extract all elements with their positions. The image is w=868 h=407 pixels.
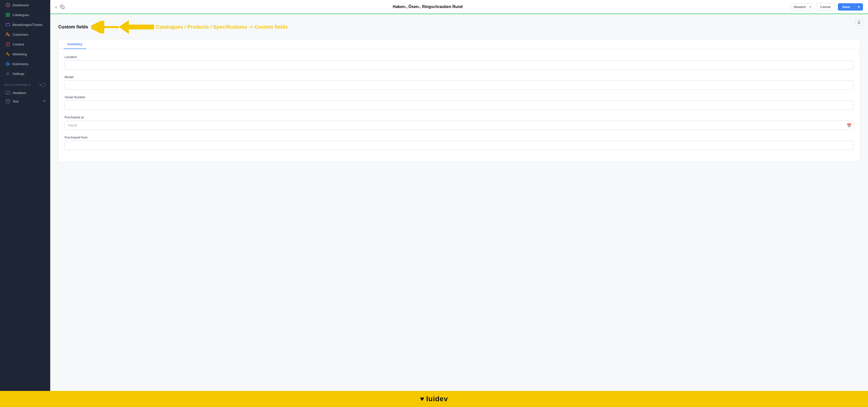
section-header: Custom fields [58, 20, 860, 34]
language-select[interactable]: Deutsch English [791, 3, 813, 10]
main-area: ‹ Haken-, Ösen-, Ringschrauben Rund Deut… [50, 0, 868, 391]
svg-rect-2 [8, 13, 9, 14]
footer-logo: ♥ luidev [420, 395, 448, 403]
tabs-bar: Inventory [59, 39, 860, 49]
back-button[interactable]: ‹ [55, 4, 57, 10]
sidebar-item-content[interactable]: Content [1, 39, 49, 49]
annotation-text: Catalogues / Products / Specifications -… [156, 24, 288, 30]
form-field-model: Model [65, 75, 854, 90]
date-input-wrapper: 📅 [65, 121, 854, 130]
svg-rect-12 [6, 91, 10, 94]
sidebar-item-catalogues[interactable]: Catalogues [1, 10, 49, 20]
svg-rect-9 [7, 62, 8, 66]
test-icon [5, 99, 10, 104]
sidebar-sub-label-headless: Headless [12, 91, 26, 95]
label-purchased_from: Purchased from [65, 136, 854, 139]
svg-rect-5 [6, 23, 10, 26]
copy-button[interactable] [60, 4, 65, 9]
page-title: Haken-, Ösen-, Ringschrauben Rund [68, 4, 788, 9]
sidebar-label-content: Content [12, 42, 24, 46]
content-area: ☰ Custom fields [50, 14, 868, 391]
marketing-icon [5, 52, 10, 56]
annotation: Catalogues / Products / Specifications -… [91, 20, 288, 34]
svg-rect-13 [6, 99, 9, 103]
sidebar-label-settings: Settings [12, 72, 24, 76]
label-purchased_at: Purchased at [65, 115, 854, 119]
custom-fields-title: Custom fields [58, 24, 88, 30]
add-sales-channel-icon[interactable]: +◯ [39, 82, 46, 87]
input-serial_number[interactable] [65, 100, 854, 110]
svg-rect-10 [8, 64, 10, 65]
svg-point-6 [6, 33, 8, 34]
annotation-arrow-icon [91, 21, 121, 33]
input-location[interactable] [65, 60, 854, 70]
form-field-purchased_from: Purchased from [65, 136, 854, 150]
annotation-left-arrow [119, 20, 154, 34]
tickets-icon [5, 22, 10, 27]
sidebar-item-settings[interactable]: Settings [1, 69, 49, 79]
sales-channels-section: Sales Channels +◯ [0, 79, 50, 88]
label-location: Location [65, 55, 854, 59]
sidebar: DashboardCataloguesBestellungen/TicketsC… [0, 0, 50, 391]
sidebar-label-extensions: Extensions [12, 62, 29, 66]
language-selector[interactable]: Deutsch English [791, 3, 813, 10]
form-field-purchased_at: Purchased at 📅 [65, 115, 854, 130]
svg-rect-3 [6, 15, 7, 17]
cancel-button[interactable]: Cancel [816, 3, 835, 11]
sidebar-label-bestellungen: Bestellungen/Tickets [12, 23, 42, 27]
settings-icon [5, 71, 10, 76]
form-field-location: Location [65, 55, 854, 70]
label-serial_number: Serial Number [65, 95, 854, 99]
customers-icon [5, 32, 10, 37]
save-group: Save ▼ [838, 3, 863, 10]
extensions-icon [5, 62, 10, 66]
content-menu-button[interactable]: ☰ [855, 19, 863, 26]
headless-icon [5, 90, 10, 95]
svg-rect-4 [8, 15, 9, 17]
sidebar-sub-item-test[interactable]: Test👁 [0, 97, 50, 106]
form-body: Location Model Serial Number Purchased a… [59, 49, 860, 162]
eye-icon: 👁 [43, 99, 46, 103]
input-model[interactable] [65, 81, 854, 90]
topbar: ‹ Haken-, Ösen-, Ringschrauben Rund Deut… [50, 0, 868, 14]
sidebar-item-dashboard[interactable]: Dashboard [1, 0, 49, 10]
save-button[interactable]: Save [838, 3, 855, 10]
input-purchased_from[interactable] [65, 141, 854, 150]
sidebar-label-dashboard: Dashboard [12, 3, 29, 7]
sidebar-sub-label-test: Test [12, 99, 19, 103]
sales-channels-label: Sales Channels [4, 83, 31, 86]
svg-rect-8 [6, 63, 7, 65]
sidebar-item-marketing[interactable]: Marketing [1, 49, 49, 59]
dashboard-icon [5, 3, 10, 7]
sidebar-label-customers: Customers [12, 33, 28, 36]
sidebar-label-marketing: Marketing [12, 52, 27, 56]
svg-rect-14 [62, 6, 64, 9]
footer: ♥ luidev [0, 391, 868, 407]
save-dropdown-button[interactable]: ▼ [855, 3, 863, 10]
svg-rect-1 [6, 13, 7, 14]
custom-fields-card: Inventory Location Model Serial Number P… [58, 39, 860, 162]
tab-inventory[interactable]: Inventory [64, 39, 86, 49]
sidebar-item-customers[interactable]: Customers [1, 30, 49, 39]
sidebar-sub-item-headless[interactable]: Headless [0, 88, 50, 97]
catalogues-icon [5, 12, 10, 17]
sidebar-item-extensions[interactable]: Extensions [1, 59, 49, 69]
heart-icon: ♥ [420, 395, 424, 403]
input-purchased_at[interactable] [65, 121, 854, 130]
label-model: Model [65, 75, 854, 79]
logo-text: luidev [426, 395, 448, 403]
svg-point-11 [7, 73, 8, 75]
sidebar-item-bestellungen[interactable]: Bestellungen/Tickets [1, 20, 49, 29]
calendar-button[interactable]: 📅 [847, 123, 852, 128]
sidebar-label-catalogues: Catalogues [12, 13, 29, 17]
svg-marker-16 [119, 20, 154, 34]
form-field-serial_number: Serial Number [65, 95, 854, 110]
content-icon [5, 42, 10, 47]
